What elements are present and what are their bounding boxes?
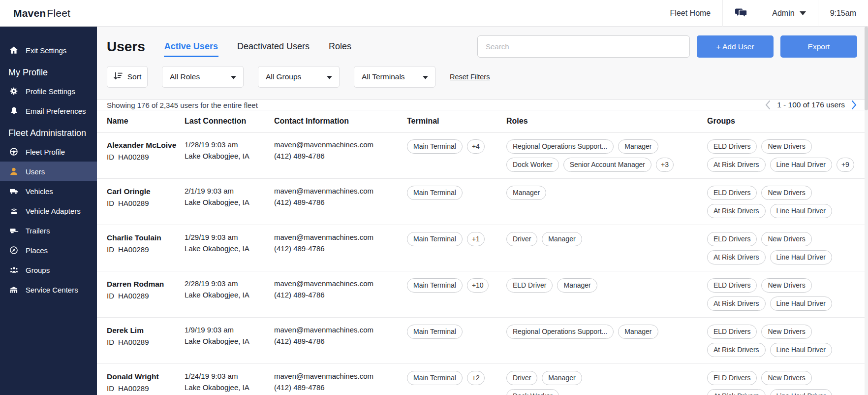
cell-groups: ELD DriversNew DriversAt Risk DriversLin… [707, 186, 857, 218]
messages-icon[interactable] [723, 0, 760, 26]
last-connection-date: 1/28/19 9:03 am [185, 139, 274, 151]
cell-last-connection: 1/29/19 9:03 amLake Okabogjee, IA [185, 232, 274, 254]
roles-chips: DriverManagerDock Worker [506, 371, 707, 395]
tab-active-users[interactable]: Active Users [164, 36, 218, 57]
sidebar-item-vehicles[interactable]: Vehicles [0, 181, 97, 201]
fleet-home-link[interactable]: Fleet Home [658, 0, 723, 26]
cell-contact: maven@mavenmachines.com(412) 489-4786 [274, 371, 407, 393]
dropdown-value: All Terminals [362, 72, 405, 81]
chip: Driver [506, 232, 537, 246]
cell-name: Carl OringleIDHA00289 [107, 186, 185, 209]
user-id: IDHA00289 [107, 337, 185, 348]
sidebar-item-vehicle-adapters[interactable]: Vehicle Adapters [0, 201, 97, 221]
sidebar-item-label: Email Preferences [26, 107, 86, 115]
chip-line: Regional Operations Support...Manager [506, 139, 707, 154]
admin-label: Admin [772, 9, 794, 18]
chip: Main Terminal [407, 139, 463, 154]
more-chip[interactable]: +1 [467, 232, 485, 246]
dropdown-all-roles[interactable]: All Roles [162, 66, 244, 88]
sidebar-item-trailers[interactable]: Trailers [0, 221, 97, 240]
sidebar-item-email-preferences[interactable]: Email Preferences [0, 101, 97, 121]
chip: Dock Worker [506, 389, 559, 395]
add-user-button[interactable]: + Add User [697, 35, 774, 58]
more-chip[interactable]: +10 [467, 278, 489, 293]
user-id-value: HA00289 [118, 338, 149, 346]
contact-phone: (412) 489-4786 [274, 382, 407, 394]
table-row[interactable]: Charlie ToulainIDHA002891/29/19 9:03 amL… [97, 225, 868, 271]
cell-name: Charlie ToulainIDHA00289 [107, 232, 185, 256]
cell-terminal: Main Terminal [407, 325, 506, 339]
sidebar-item-profile-settings[interactable]: Profile Settings [0, 81, 97, 101]
table-row[interactable]: Derek LimIDHA002891/9/19 9:03 amLake Oka… [97, 318, 868, 364]
chip-line: Manager [506, 186, 707, 200]
sidebar-item-service-centers[interactable]: Service Centers [0, 280, 97, 299]
admin-menu[interactable]: Admin [760, 0, 817, 26]
chip: New Drivers [761, 139, 811, 154]
export-button[interactable]: Export [780, 35, 857, 58]
sort-icon [113, 72, 123, 82]
tab-roles[interactable]: Roles [328, 36, 352, 57]
sidebar-item-groups[interactable]: Groups [0, 260, 97, 280]
clock-time: 9:15am [818, 0, 868, 26]
contact-email: maven@mavenmachines.com [274, 139, 407, 151]
brand-bold: Maven [13, 7, 46, 19]
table-header-row: NameLast ConnectionContact InformationTe… [97, 110, 868, 132]
cell-contact: maven@mavenmachines.com(412) 489-4786 [274, 139, 407, 162]
reset-filters-link[interactable]: Reset Filters [450, 73, 490, 81]
chip: Regional Operations Support... [506, 325, 614, 339]
topbar: MavenFleet Fleet Home Admin 9:15am [0, 0, 868, 27]
chip-line: Main Terminal+1 [407, 232, 506, 246]
chip: ELD Drivers [707, 232, 757, 246]
chip-line: At Risk DriversLine Haul Driver [707, 250, 857, 264]
truck-icon [8, 186, 19, 196]
chip: New Drivers [761, 232, 811, 246]
last-connection-location: Lake Okabogjee, IA [185, 382, 274, 394]
terminal-chips: Main Terminal+4 [407, 139, 506, 154]
dropdown-value: All Roles [170, 72, 200, 81]
steering-wheel-icon [8, 147, 19, 157]
more-chip[interactable]: +4 [467, 139, 485, 154]
sidebar-item-users[interactable]: Users [0, 162, 97, 181]
cell-terminal: Main Terminal+10 [407, 278, 506, 293]
chip-line: DriverManager [506, 371, 707, 385]
search-input[interactable] [477, 35, 690, 58]
cell-last-connection: 1/28/19 9:03 amLake Okabogjee, IA [185, 139, 274, 162]
dropdown-all-groups[interactable]: All Groups [258, 66, 340, 88]
table-row[interactable]: Donald WrightIDHA002891/24/19 9:03 amLak… [97, 364, 868, 395]
sidebar-item-label: Groups [26, 266, 50, 274]
summary-row: Showing 176 of 2,345 users for the entir… [97, 100, 868, 110]
sidebar-item-label: Profile Settings [26, 87, 75, 96]
chip-line: ELD DriversNew Drivers [707, 139, 857, 154]
sidebar-item-exit-settings[interactable]: Exit Settings [0, 40, 97, 60]
scrollbar[interactable] [865, 27, 868, 395]
table-row[interactable]: Alexander McLoiveIDHA002891/28/19 9:03 a… [97, 132, 868, 179]
more-chip[interactable]: +3 [656, 158, 674, 172]
chip: Main Terminal [407, 186, 463, 200]
scrollbar-thumb[interactable] [865, 27, 868, 110]
roles-chips: DriverManager [506, 232, 707, 246]
trailer-icon [8, 226, 19, 235]
chip: Regional Operations Support... [506, 139, 614, 154]
cell-contact: maven@mavenmachines.com(412) 489-4786 [274, 232, 407, 254]
prev-page-icon[interactable] [765, 100, 771, 110]
chip: Line Haul Driver [770, 296, 832, 311]
next-page-icon[interactable] [851, 100, 857, 110]
tab-deactivated-users[interactable]: Deactivated Users [237, 36, 310, 57]
cell-terminal: Main Terminal+1 [407, 232, 506, 246]
contact-email: maven@mavenmachines.com [274, 371, 407, 382]
roles-chips: Manager [506, 186, 707, 200]
compass-icon [8, 245, 19, 255]
sidebar-item-fleet-profile[interactable]: Fleet Profile [0, 142, 97, 162]
contact-email: maven@mavenmachines.com [274, 325, 407, 336]
chip: Line Haul Driver [770, 250, 832, 264]
table-row[interactable]: Carl OringleIDHA002892/1/19 9:03 amLake … [97, 179, 868, 225]
chip-line: Dock Worker [506, 389, 707, 395]
dropdown-all-terminals[interactable]: All Terminals [354, 66, 435, 88]
sidebar-item-places[interactable]: Places [0, 240, 97, 260]
chip-line: Main Terminal+2 [407, 371, 506, 385]
user-id-label: ID [107, 199, 114, 207]
more-chip[interactable]: +9 [837, 158, 854, 172]
more-chip[interactable]: +2 [467, 371, 485, 385]
sort-button[interactable]: Sort [107, 66, 148, 88]
table-row[interactable]: Darren RodmanIDHA002892/28/19 9:03 amLak… [97, 271, 868, 318]
